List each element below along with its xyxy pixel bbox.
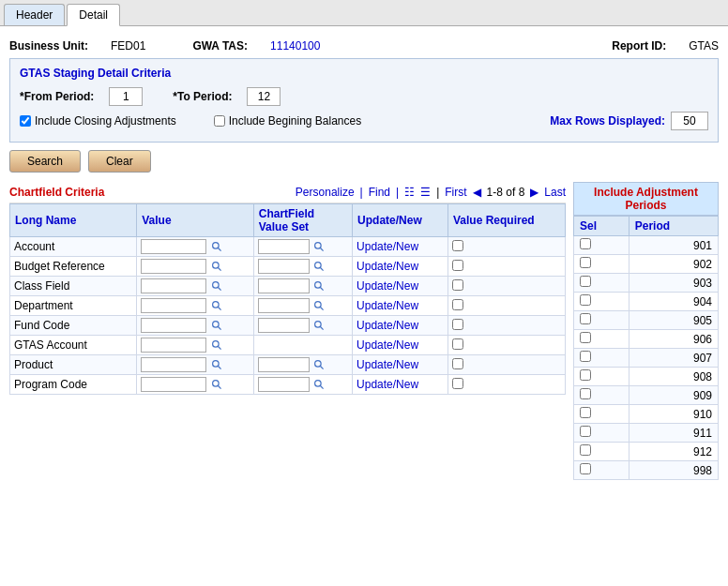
value-required-checkbox[interactable] [452,279,463,291]
adj-sel-checkbox[interactable] [580,276,591,287]
value-search-icon[interactable] [211,261,224,274]
cf-update-new[interactable]: Update/New [353,296,448,316]
cf-update-new[interactable]: Update/New [353,237,448,257]
value-search-icon[interactable] [211,300,224,313]
cvs-search-icon[interactable] [313,261,326,274]
adj-sel-checkbox[interactable] [580,444,591,456]
adj-sel-cell [574,255,629,274]
cf-value-input[interactable] [141,338,206,353]
value-required-checkbox[interactable] [452,319,463,330]
update-new-link[interactable]: Update/New [356,378,418,391]
cf-value-input[interactable] [141,298,206,313]
gwa-tas-value[interactable]: 11140100 [270,39,320,53]
adj-sel-checkbox[interactable] [580,463,591,474]
adj-sel-checkbox[interactable] [580,257,591,268]
cf-cvs-input[interactable] [258,377,310,392]
value-search-icon[interactable] [211,320,224,333]
cf-update-new[interactable]: Update/New [353,316,448,336]
value-search-icon[interactable] [211,280,224,293]
cf-value-input[interactable] [141,377,206,392]
cf-long-name: Class Field [10,277,137,296]
value-search-icon[interactable] [211,339,224,353]
value-required-checkbox[interactable] [452,358,463,369]
include-closing-checkbox[interactable] [20,115,31,127]
cf-cvs-input[interactable] [258,278,310,293]
tab-header[interactable]: Header [4,4,65,25]
cf-value-input[interactable] [141,259,206,274]
value-required-checkbox[interactable] [452,378,463,389]
update-new-link[interactable]: Update/New [356,299,418,312]
cf-cvs-input[interactable] [258,357,310,372]
table-row: Budget Reference Update/New [10,257,566,277]
value-search-icon[interactable] [211,379,224,392]
value-required-checkbox[interactable] [452,299,463,310]
next-arrow[interactable]: ▶ [530,186,538,199]
grid-icon[interactable]: ☷ [404,186,415,199]
update-new-link[interactable]: Update/New [356,338,418,352]
adj-sel-checkbox[interactable] [580,426,591,437]
cf-cvs-cell [253,375,352,395]
cf-update-new[interactable]: Update/New [353,277,448,296]
adj-sel-checkbox[interactable] [580,313,591,324]
cvs-search-icon[interactable] [313,280,326,293]
cf-update-new[interactable]: Update/New [353,336,448,355]
cf-value-required [448,375,566,395]
value-required-checkbox[interactable] [452,240,463,251]
adj-sel-checkbox[interactable] [580,407,591,418]
update-new-link[interactable]: Update/New [356,358,418,371]
cf-update-new[interactable]: Update/New [353,257,448,277]
update-new-link[interactable]: Update/New [356,319,418,332]
value-search-icon[interactable] [211,359,224,372]
personalize-link[interactable]: Personalize [296,186,355,199]
cvs-search-icon[interactable] [313,320,326,333]
svg-line-15 [321,308,324,310]
cf-value-input[interactable] [141,357,206,372]
adj-period-cell: 909 [629,386,718,405]
clear-button[interactable]: Clear [88,150,151,173]
from-period-input[interactable] [109,87,143,106]
cf-cvs-cell [253,336,352,355]
cf-cvs-input[interactable] [258,239,310,254]
cvs-search-icon[interactable] [313,359,326,372]
adj-sel-checkbox[interactable] [580,332,591,343]
cf-cvs-input[interactable] [258,259,310,274]
to-period-input[interactable] [247,87,281,106]
cvs-search-icon[interactable] [313,300,326,313]
adj-sel-cell [574,330,629,349]
chartfield-table: Long Name Value ChartFieldValue Set Upda… [9,203,566,395]
last-nav[interactable]: Last [544,186,566,199]
cf-value-input[interactable] [141,278,206,293]
adj-sel-checkbox[interactable] [580,351,591,362]
include-beginning-group: Include Begining Balances [214,114,361,128]
cf-value-required [448,296,566,316]
cf-value-input[interactable] [141,239,206,254]
period-row: *From Period: *To Period: [20,87,708,106]
max-rows-input[interactable] [671,112,708,130]
update-new-link[interactable]: Update/New [356,240,418,253]
cf-value-input[interactable] [141,318,206,333]
update-new-link[interactable]: Update/New [356,260,418,273]
adj-sel-checkbox[interactable] [580,388,591,399]
adj-sel-checkbox[interactable] [580,294,591,306]
tab-detail[interactable]: Detail [67,4,120,26]
cf-update-new[interactable]: Update/New [353,375,448,395]
find-link[interactable]: Find [369,186,390,199]
adj-sel-checkbox[interactable] [580,238,591,249]
prev-arrow[interactable]: ◀ [473,186,481,199]
svg-line-11 [321,288,324,291]
cvs-search-icon[interactable] [313,241,326,254]
include-beginning-label: Include Begining Balances [229,114,361,128]
cf-update-new[interactable]: Update/New [353,355,448,375]
value-required-checkbox[interactable] [452,260,463,271]
adj-sel-checkbox[interactable] [580,369,591,381]
include-beginning-checkbox[interactable] [214,115,225,127]
first-nav[interactable]: First [445,186,466,199]
table-icon[interactable]: ☰ [420,186,431,199]
value-required-checkbox[interactable] [452,338,463,350]
search-button[interactable]: Search [9,150,81,173]
cvs-search-icon[interactable] [313,379,326,392]
cf-cvs-input[interactable] [258,318,310,333]
update-new-link[interactable]: Update/New [356,279,418,293]
value-search-icon[interactable] [211,241,224,254]
cf-cvs-input[interactable] [258,298,310,313]
